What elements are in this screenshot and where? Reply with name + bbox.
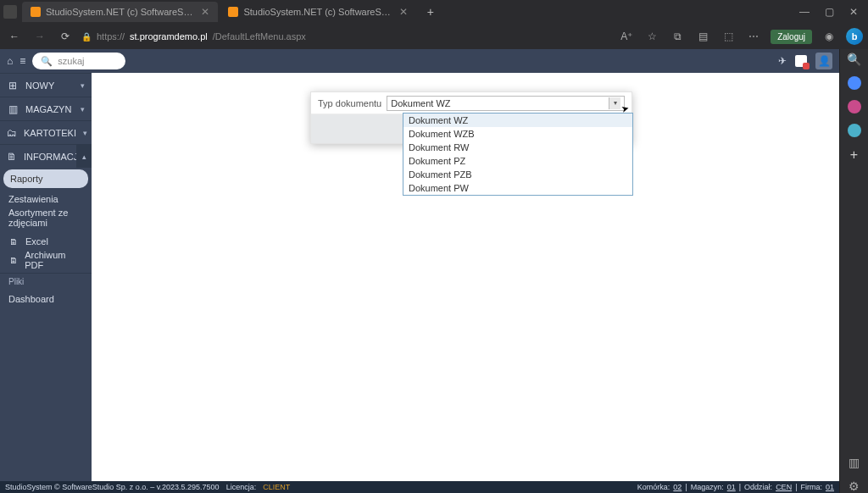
rail-box-icon[interactable]: ▥: [849, 456, 860, 469]
browser-side-rail: 🔍 + ▥ ⚙: [839, 49, 868, 493]
dropdown-option[interactable]: Dokument PZB: [403, 168, 632, 181]
window-close-button[interactable]: ✕: [849, 6, 858, 18]
browser-tab-2[interactable]: StudioSystem.NET (c) SoftwareS… ✕: [220, 2, 415, 22]
chevron-down-icon: ▾: [81, 81, 85, 90]
select-value: Dokument WZ: [391, 98, 450, 108]
reader-mode-icon[interactable]: A⁺: [618, 28, 635, 45]
sidebar-item-zestawienia[interactable]: Zestawienia: [0, 190, 92, 208]
tab-favicon: [228, 7, 238, 17]
sidebar: ⊞ NOWY ▾ ▥ MAGAZYN ▾ 🗂 KARTOTEKI ▾ 🗎 INF…: [0, 73, 92, 481]
browser-tab-1[interactable]: StudioSystem.NET (c) SoftwareS… ✕: [22, 2, 218, 22]
document-type-select[interactable]: Dokument WZ ▾ ➤: [387, 96, 625, 111]
window-maximize-button[interactable]: ▢: [825, 6, 834, 18]
plus-square-icon: ⊞: [7, 80, 19, 91]
app-footer: StudioSystem © SoftwareStudio Sp. z o.o.…: [0, 481, 839, 493]
document-icon: 🗎: [7, 151, 17, 163]
new-tab-button[interactable]: +: [421, 3, 440, 21]
url-host: st.programdemo.pl: [130, 31, 208, 42]
notifications-icon[interactable]: [795, 55, 807, 67]
rail-settings-icon[interactable]: ⚙: [849, 479, 860, 493]
sidebar-item-archiwum-pdf[interactable]: 🗎 Archiwum PDF: [0, 251, 92, 269]
app-icon: [3, 5, 17, 19]
sidebar-section-informacje[interactable]: 🗎 INFORMACJE ▴: [0, 144, 92, 168]
footer-company-value[interactable]: 01: [826, 483, 834, 491]
collections-icon[interactable]: ▤: [694, 28, 711, 45]
sidebar-item-label: Zestawienia: [8, 194, 58, 204]
close-icon[interactable]: ✕: [399, 6, 408, 18]
dropdown-option-label: Dokument PZB: [409, 169, 472, 180]
app-viewport: ⌂ ≡ 🔍 szukaj ✈ 👤 ⊞ NOWY ▾ ▥ MAGAZYN ▾: [0, 49, 839, 493]
dropdown-option[interactable]: Dokument RW: [403, 141, 632, 154]
footer-cell-value[interactable]: 02: [673, 483, 682, 491]
footer-right: Komórka: 02 | Magazyn: 01 | Oddział: CEN…: [637, 483, 834, 491]
sidebar-section-label: MAGAZYN: [25, 104, 71, 114]
url-scheme: https://: [97, 31, 125, 42]
window-minimize-button[interactable]: —: [799, 6, 810, 18]
login-button[interactable]: Zaloguj: [771, 30, 812, 44]
profile-icon[interactable]: ◉: [821, 28, 837, 45]
user-avatar[interactable]: 👤: [815, 53, 832, 69]
nav-reload-button[interactable]: ⟳: [56, 27, 75, 46]
favorite-icon[interactable]: ☆: [643, 28, 660, 45]
sidebar-group-pliki: Pliki: [0, 273, 92, 290]
sidebar-group-label: Pliki: [8, 277, 24, 286]
sidebar-section-nowy[interactable]: ⊞ NOWY ▾: [0, 73, 92, 97]
close-icon[interactable]: ✕: [201, 6, 209, 18]
chevron-up-icon[interactable]: ▴: [76, 145, 92, 168]
sidebar-section-magazyn[interactable]: ▥ MAGAZYN ▾: [0, 97, 92, 120]
sidebar-item-raporty[interactable]: Raporty: [3, 169, 88, 188]
sidebar-section-kartoteki[interactable]: 🗂 KARTOTEKI ▾: [0, 120, 92, 144]
rail-search-icon[interactable]: 🔍: [847, 53, 861, 66]
sidebar-section-label: KARTOTEKI: [24, 128, 76, 138]
menu-icon[interactable]: ≡: [19, 55, 25, 67]
lock-icon: 🔒: [81, 32, 92, 42]
favorites-bar-icon[interactable]: ⧉: [669, 28, 686, 45]
rail-tools-icon[interactable]: [848, 124, 861, 137]
chevron-down-icon[interactable]: ▾: [609, 97, 620, 109]
send-icon[interactable]: ✈: [778, 55, 787, 67]
bing-icon[interactable]: b: [846, 28, 863, 45]
tab-title: StudioSystem.NET (c) SoftwareS…: [46, 7, 192, 17]
rail-add-icon[interactable]: +: [850, 147, 858, 163]
footer-company-label: Firma:: [800, 483, 822, 491]
dropdown-option-label: Dokument PZ: [409, 156, 465, 166]
sidebar-item-dashboard[interactable]: Dashboard: [0, 290, 92, 308]
home-icon[interactable]: ⌂: [7, 55, 13, 67]
chevron-down-icon: ▾: [83, 129, 87, 137]
dropdown-option[interactable]: Dokument PW: [403, 181, 632, 195]
footer-warehouse-value[interactable]: 01: [727, 483, 736, 491]
sidebar-section-label: NOWY: [25, 80, 54, 91]
cards-icon: 🗂: [7, 127, 17, 139]
nav-back-button[interactable]: ←: [5, 27, 24, 46]
dropdown-option-label: Dokument PW: [409, 183, 469, 193]
field-label: Typ dokumentu: [318, 98, 381, 108]
app-body: ⊞ NOWY ▾ ▥ MAGAZYN ▾ 🗂 KARTOTEKI ▾ 🗎 INF…: [0, 73, 839, 481]
dropdown-option[interactable]: Dokument PZ: [403, 154, 632, 168]
sidebar-item-label: Archiwum PDF: [25, 250, 83, 270]
dropdown-option[interactable]: Dokument WZ: [403, 114, 632, 127]
dropdown-option[interactable]: Dokument WZB: [403, 127, 632, 141]
sidebar-item-label: Asortyment ze zdjęciami: [8, 208, 83, 228]
extensions-icon[interactable]: ⬚: [720, 28, 737, 45]
document-type-dropdown[interactable]: Dokument WZ Dokument WZB Dokument RW Dok…: [403, 113, 633, 196]
tab-title: StudioSystem.NET (c) SoftwareS…: [243, 7, 390, 17]
more-icon[interactable]: ⋯: [745, 28, 762, 45]
footer-warehouse-label: Magazyn:: [691, 483, 724, 491]
footer-branch-value[interactable]: CEN: [776, 483, 792, 491]
sidebar-item-asortyment[interactable]: Asortyment ze zdjęciami: [0, 208, 92, 227]
rail-shopping-icon[interactable]: [848, 100, 861, 114]
chevron-down-icon: ▾: [81, 105, 85, 114]
report-form-card: Typ dokumentu Dokument WZ ▾ ➤ Uruchom Do…: [310, 91, 632, 144]
browser-titlebar: StudioSystem.NET (c) SoftwareS… ✕ Studio…: [0, 0, 868, 24]
address-field[interactable]: 🔒 https://st.programdemo.pl/DefaultLeftM…: [81, 31, 437, 42]
warehouse-icon: ▥: [7, 103, 19, 115]
file-icon: 🗎: [8, 256, 18, 265]
rail-chat-icon[interactable]: [848, 76, 861, 90]
app-toolbar: ⌂ ≡ 🔍 szukaj ✈ 👤: [0, 49, 839, 73]
search-input[interactable]: 🔍 szukaj: [32, 53, 125, 69]
form-row-type: Typ dokumentu Dokument WZ ▾ ➤: [311, 92, 632, 114]
tab-favicon: [31, 7, 41, 17]
sidebar-item-excel[interactable]: 🗎 Excel: [0, 232, 92, 251]
sidebar-section-label: INFORMACJE: [24, 152, 85, 162]
footer-copyright: StudioSystem © SoftwareStudio Sp. z o.o.…: [5, 483, 220, 491]
